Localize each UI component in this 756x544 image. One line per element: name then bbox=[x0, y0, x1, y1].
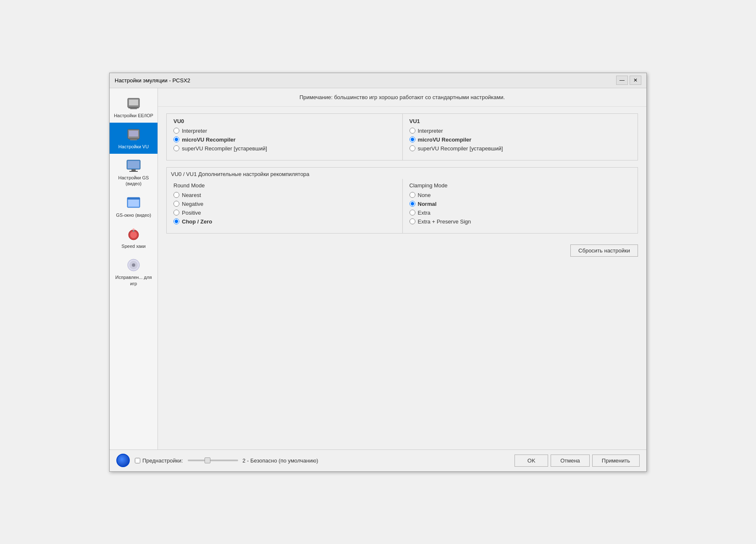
round-negative-label: Negative bbox=[182, 201, 203, 207]
svg-rect-11 bbox=[129, 171, 138, 172]
presets-checkbox-label[interactable]: Преднастройки: bbox=[135, 457, 183, 464]
clamping-mode-col: Clamping Mode None Normal bbox=[402, 179, 638, 233]
round-nearest-label: Nearest bbox=[182, 192, 201, 198]
clamp-extra-radio[interactable] bbox=[410, 210, 415, 215]
bottom-bar: Преднастройки: 2 - Безопасно (по умолчан… bbox=[110, 449, 646, 471]
round-chop-label: Chop / Zero bbox=[182, 218, 212, 225]
svg-rect-7 bbox=[129, 139, 139, 139]
svg-rect-14 bbox=[127, 197, 140, 200]
cancel-button[interactable]: Отмена bbox=[551, 455, 590, 467]
clamp-extra-label: Extra bbox=[418, 210, 430, 216]
vu1-interpreter-label: Interpreter bbox=[418, 128, 443, 134]
clamping-mode-title: Clamping Mode bbox=[410, 182, 631, 189]
main-window: Настройки эмуляции - PCSX2 — ✕ Настройки… bbox=[109, 73, 647, 472]
round-negative-radio[interactable] bbox=[173, 201, 179, 207]
svg-rect-2 bbox=[130, 108, 137, 109]
reset-button[interactable]: Сбросить настройки bbox=[570, 244, 638, 257]
sidebar-label-game-fixes: Исправлен... для игр bbox=[113, 274, 154, 286]
vu1-microvu-label: microVU Recompiler bbox=[418, 137, 472, 143]
vu1-supervu-radio[interactable] bbox=[410, 145, 415, 151]
presets-checkbox[interactable] bbox=[135, 458, 140, 463]
vu0-microvu-option[interactable]: microVU Recompiler bbox=[173, 137, 396, 143]
apply-button[interactable]: Применить bbox=[592, 455, 640, 467]
round-mode-title: Round Mode bbox=[173, 182, 396, 189]
sidebar: Настройки EE/IOP Настройки VU bbox=[110, 88, 158, 449]
speed-hacks-icon bbox=[126, 226, 141, 242]
vu0-supervu-option[interactable]: superVU Recompiler [устаревший] bbox=[173, 145, 396, 152]
ee-iop-icon bbox=[126, 96, 141, 111]
round-negative-option[interactable]: Negative bbox=[173, 201, 396, 207]
round-positive-option[interactable]: Positive bbox=[173, 210, 396, 216]
sidebar-label-gs-window: GS-окно (видео) bbox=[116, 212, 151, 218]
clamp-extra-preserve-radio[interactable] bbox=[410, 218, 415, 224]
round-chop-option[interactable]: Chop / Zero bbox=[173, 218, 396, 225]
recompiler-title: VU0 / VU1 Дополнительные настройки реком… bbox=[167, 168, 638, 179]
presets-slider-thumb[interactable] bbox=[205, 457, 210, 463]
clamp-extra-option[interactable]: Extra bbox=[410, 210, 631, 216]
vu1-supervu-option[interactable]: superVU Recompiler [устаревший] bbox=[410, 145, 631, 152]
presets-label-text: Преднастройки: bbox=[142, 457, 183, 464]
svg-rect-13 bbox=[128, 200, 139, 207]
svg-rect-9 bbox=[128, 161, 139, 168]
round-chop-radio[interactable] bbox=[173, 218, 179, 224]
title-controls: — ✕ bbox=[616, 76, 641, 85]
gs-video-icon bbox=[126, 158, 141, 173]
sidebar-item-vu[interactable]: Настройки VU bbox=[110, 123, 158, 154]
vu0-supervu-label: superVU Recompiler [устаревший] bbox=[182, 145, 267, 152]
round-positive-radio[interactable] bbox=[173, 210, 179, 215]
vu1-col: VU1 Interpreter microVU Recompiler bbox=[402, 114, 638, 160]
svg-rect-10 bbox=[131, 169, 136, 171]
close-button[interactable]: ✕ bbox=[630, 76, 641, 85]
svg-point-16 bbox=[130, 231, 137, 238]
svg-rect-6 bbox=[130, 139, 137, 140]
sidebar-item-game-fixes[interactable]: Исправлен... для игр bbox=[110, 253, 158, 291]
presets-slider-container: 2 - Безопасно (по умолчанию) bbox=[188, 457, 509, 464]
clamp-normal-option[interactable]: Normal bbox=[410, 201, 631, 207]
round-mode-col: Round Mode Nearest Negative bbox=[167, 179, 402, 233]
sidebar-item-gs-window[interactable]: GS-окно (видео) bbox=[110, 191, 158, 222]
vu0-supervu-radio[interactable] bbox=[173, 145, 179, 151]
note-text: Примечание: большинство игр хорошо работ… bbox=[299, 94, 505, 100]
content-area: Настройки EE/IOP Настройки VU bbox=[110, 88, 646, 449]
vu0-title: VU0 bbox=[173, 118, 396, 124]
round-nearest-radio[interactable] bbox=[173, 192, 179, 198]
reset-row: Сбросить настройки bbox=[166, 240, 638, 261]
recompiler-section: VU0 / VU1 Дополнительные настройки реком… bbox=[166, 167, 638, 234]
vu0-microvu-label: microVU Recompiler bbox=[182, 137, 236, 143]
vu0-interpreter-label: Interpreter bbox=[182, 128, 207, 134]
sidebar-item-ee-iop[interactable]: Настройки EE/IOP bbox=[110, 92, 158, 123]
svg-rect-1 bbox=[129, 100, 138, 105]
vu-icon bbox=[126, 127, 141, 142]
clamp-normal-radio[interactable] bbox=[410, 201, 415, 207]
preset-value-text: 2 - Безопасно (по умолчанию) bbox=[242, 457, 318, 464]
main-content: VU0 Interpreter microVU Recompiler bbox=[158, 107, 646, 449]
vu1-interpreter-option[interactable]: Interpreter bbox=[410, 128, 631, 134]
ok-button[interactable]: OK bbox=[514, 455, 548, 467]
sidebar-item-gs-video[interactable]: Настройки GS (видео) bbox=[110, 154, 158, 191]
sidebar-label-vu: Настройки VU bbox=[118, 144, 149, 150]
sidebar-label-gs-video: Настройки GS (видео) bbox=[113, 175, 154, 187]
vu0-interpreter-radio[interactable] bbox=[173, 128, 179, 134]
vu1-microvu-option[interactable]: microVU Recompiler bbox=[410, 137, 631, 143]
presets-slider-track bbox=[188, 460, 238, 461]
round-nearest-option[interactable]: Nearest bbox=[173, 192, 396, 198]
clamp-none-label: None bbox=[418, 192, 431, 198]
window-title: Настройки эмуляции - PCSX2 bbox=[115, 77, 190, 84]
modes-grid: Round Mode Nearest Negative bbox=[167, 179, 638, 233]
vu1-microvu-radio[interactable] bbox=[410, 137, 415, 142]
clamp-extra-preserve-label: Extra + Preserve Sign bbox=[418, 218, 471, 225]
svg-rect-5 bbox=[129, 131, 138, 137]
clamp-none-radio[interactable] bbox=[410, 192, 415, 198]
minimize-button[interactable]: — bbox=[616, 76, 628, 85]
title-bar: Настройки эмуляции - PCSX2 — ✕ bbox=[110, 73, 646, 88]
sidebar-item-speed-hacks[interactable]: Speed хаки bbox=[110, 222, 158, 253]
clamp-extra-preserve-option[interactable]: Extra + Preserve Sign bbox=[410, 218, 631, 225]
clamp-none-option[interactable]: None bbox=[410, 192, 631, 198]
sidebar-label-ee-iop: Настройки EE/IOP bbox=[114, 113, 153, 118]
vu0-microvu-radio[interactable] bbox=[173, 137, 179, 142]
main-panel: Примечание: большинство игр хорошо работ… bbox=[158, 88, 646, 449]
vu0-interpreter-option[interactable]: Interpreter bbox=[173, 128, 396, 134]
vu1-supervu-label: superVU Recompiler [устаревший] bbox=[418, 145, 503, 152]
vu1-interpreter-radio[interactable] bbox=[410, 128, 415, 134]
vu-grid: VU0 Interpreter microVU Recompiler bbox=[167, 114, 638, 160]
